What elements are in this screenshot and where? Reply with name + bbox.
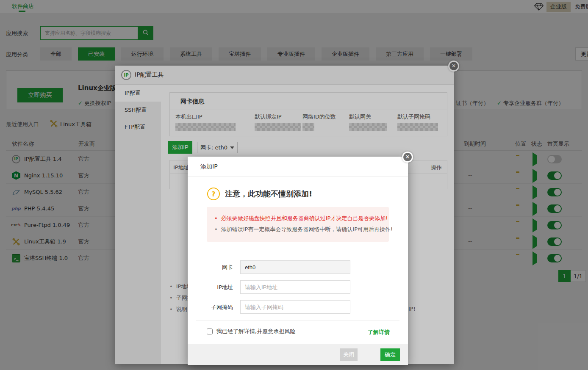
page: 软件商店 企业版 免费版 应用搜索 应用分类 全部已安装运行环境系统工具宝塔插件… (0, 0, 588, 370)
modal-title: 添加IP (200, 163, 218, 171)
details-link[interactable]: 了解详情 (368, 329, 390, 336)
confirm-button[interactable]: 确定 (380, 348, 400, 361)
warning-text: •添加错误IP有一定概率会导致服务器网络中断，请确认IP可用后再操作! (214, 224, 381, 235)
form-row: 网卡 (188, 260, 408, 274)
field-label: 子网掩码 (148, 304, 233, 311)
risk-agree-checkbox[interactable] (207, 329, 213, 334)
field-label: 网卡 (148, 264, 233, 271)
risk-agree-row: 我已经了解详情,并愿意承担风险 (207, 328, 295, 335)
close-button[interactable]: 关闭 (340, 348, 358, 361)
divider (196, 320, 399, 321)
warning-box: •必须要做好磁盘快照并且和服务器商确认过IP才决定自己是否要添加!•添加错误IP… (207, 207, 389, 242)
IP地址-field[interactable] (240, 280, 350, 294)
risk-agree-label: 我已经了解详情,并愿意承担风险 (216, 328, 295, 335)
form-row: IP地址 (188, 280, 408, 294)
divider (196, 253, 399, 253)
modal-header: 添加IP ✕ (188, 157, 408, 177)
网卡-field[interactable] (240, 260, 350, 274)
modal-footer: 关闭 确定 (188, 344, 408, 365)
子网掩码-field[interactable] (240, 300, 350, 314)
question-icon: ? (207, 188, 220, 200)
warning-text-danger: •必须要做好磁盘快照并且和服务器商确认过IP才决定自己是否要添加! (214, 213, 381, 224)
warning-title: 注意，此功能不懂别添加! (225, 189, 312, 199)
add-ip-modal: 添加IP ✕ ? 注意，此功能不懂别添加! •必须要做好磁盘快照并且和服务器商确… (188, 157, 408, 365)
form-row: 子网掩码 (188, 300, 408, 314)
field-label: IP地址 (148, 284, 233, 291)
modal-close-icon[interactable]: ✕ (402, 152, 413, 163)
